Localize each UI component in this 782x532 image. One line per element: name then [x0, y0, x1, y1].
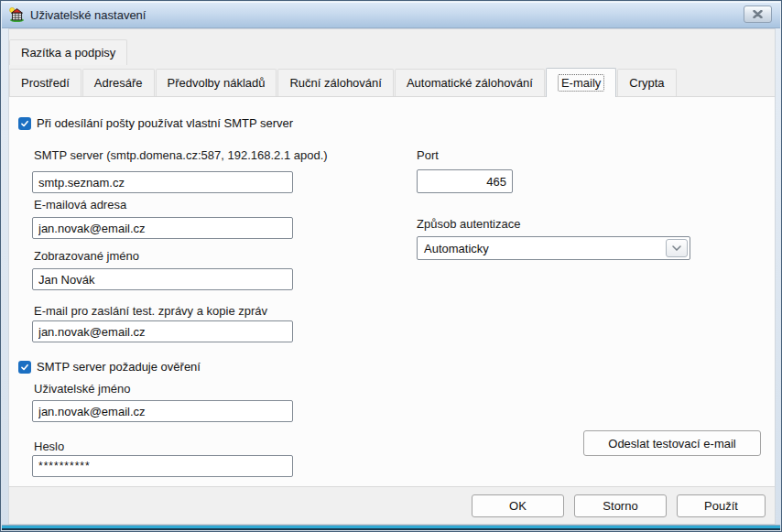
password-label: Heslo	[34, 440, 64, 453]
checkbox-label: SMTP server požaduje ověření	[37, 360, 201, 374]
checkbox-checked-icon	[18, 361, 31, 374]
tab-crypta[interactable]: Crypta	[617, 69, 676, 96]
password-input[interactable]	[32, 455, 293, 477]
apply-button[interactable]: Použít	[677, 494, 766, 517]
combo-dropdown-button[interactable]	[666, 239, 688, 257]
tab-row-top: Razítka a podpisy	[9, 39, 775, 65]
ok-button[interactable]: OK	[472, 494, 564, 517]
checkbox-label: Při odesílání pošty používat vlastní SMT…	[37, 116, 293, 130]
port-label: Port	[417, 148, 439, 162]
display-name-input[interactable]	[32, 268, 293, 290]
app-house-icon	[9, 7, 25, 22]
smtp-server-input[interactable]	[32, 171, 293, 193]
tab-predvolby-nakladu[interactable]: Předvolby nákladů	[156, 69, 277, 96]
test-email-input[interactable]	[32, 320, 293, 342]
smtp-auth-checkbox[interactable]: SMTP server požaduje ověření	[18, 360, 201, 374]
window-title: Uživatelské nastavení	[30, 8, 146, 22]
send-test-email-button[interactable]: Odeslat testovací e-mail	[583, 430, 761, 456]
tab-prostredi[interactable]: Prostředí	[9, 69, 81, 96]
tab-razitka-a-podpisy[interactable]: Razítka a podpisy	[9, 39, 127, 65]
cancel-button[interactable]: Storno	[574, 494, 667, 517]
chevron-down-icon	[672, 245, 681, 251]
port-input[interactable]	[417, 169, 513, 193]
tab-adresare[interactable]: Adresáře	[82, 69, 155, 96]
auth-method-value: Automaticky	[418, 242, 666, 255]
tab-label: Crypta	[629, 76, 664, 90]
close-button[interactable]	[744, 5, 772, 23]
user-settings-dialog: Uživatelské nastavení Razítka a podpisy …	[0, 0, 782, 532]
tab-label: Ruční zálohování	[289, 76, 381, 90]
email-address-input[interactable]	[32, 217, 293, 239]
display-name-label: Zobrazované jméno	[34, 249, 139, 263]
auth-method-select[interactable]: Automaticky	[417, 236, 690, 260]
tab-label: Prostředí	[21, 76, 70, 90]
titlebar[interactable]: Uživatelské nastavení	[2, 2, 780, 28]
tab-label: Adresáře	[94, 76, 143, 90]
dialog-footer: OK Storno Použít	[9, 487, 775, 524]
test-email-label: E-mail pro zaslání test. zprávy a kopie …	[34, 304, 267, 318]
checkbox-checked-icon	[18, 117, 31, 130]
username-label: Uživatelské jméno	[34, 382, 131, 396]
tabstrip: Razítka a podpisy Prostředí Adresáře Pře…	[9, 29, 775, 96]
smtp-server-label: SMTP server (smtp.domena.cz:587, 192.168…	[34, 148, 328, 162]
tab-emaily[interactable]: E-maily	[546, 68, 616, 97]
window-bottom-accent	[2, 525, 780, 530]
auth-method-label: Způsob autentizace	[417, 217, 520, 231]
tab-rucni-zalohovani[interactable]: Ruční zálohování	[277, 69, 393, 96]
emaily-tab-panel: Při odesílání pošty používat vlastní SMT…	[9, 96, 775, 487]
tab-label: E-maily	[558, 74, 604, 92]
close-icon	[753, 10, 763, 18]
use-own-smtp-checkbox[interactable]: Při odesílání pošty používat vlastní SMT…	[18, 116, 293, 130]
dialog-client-area: Razítka a podpisy Prostředí Adresáře Pře…	[8, 28, 776, 525]
username-input[interactable]	[32, 400, 293, 422]
tab-row-main: Prostředí Adresáře Předvolby nákladů Ruč…	[9, 67, 775, 96]
email-address-label: E-mailová adresa	[34, 198, 126, 212]
tab-label: Předvolby nákladů	[168, 76, 266, 90]
tab-label: Razítka a podpisy	[21, 46, 115, 60]
tab-automaticke-zalohovani[interactable]: Automatické zálohování	[395, 69, 545, 96]
tab-label: Automatické zálohování	[407, 76, 533, 90]
